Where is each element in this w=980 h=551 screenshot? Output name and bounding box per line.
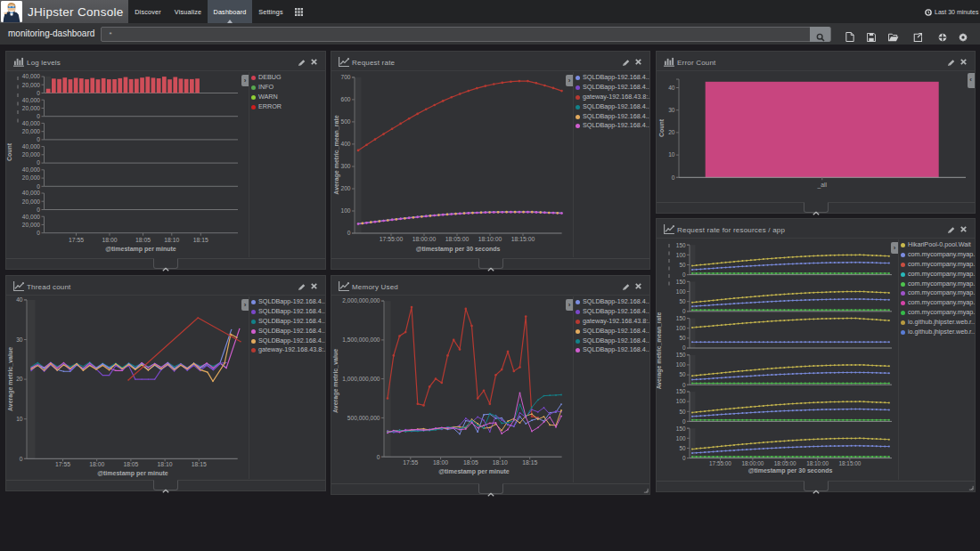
- svg-text:18:15: 18:15: [522, 459, 537, 466]
- svg-text:30: 30: [16, 336, 23, 343]
- svg-text:17:55: 17:55: [403, 459, 418, 466]
- svg-text:50: 50: [679, 371, 686, 377]
- svg-text:40,000: 40,000: [22, 143, 41, 150]
- svg-text:18:05:00: 18:05:00: [774, 460, 796, 466]
- svg-text:@timestamp per minute: @timestamp per minute: [105, 246, 176, 253]
- svg-text:150: 150: [676, 242, 686, 248]
- svg-text:100: 100: [676, 325, 686, 331]
- svg-text:100: 100: [676, 435, 686, 442]
- svg-text:0: 0: [682, 308, 686, 314]
- svg-text:18:15: 18:15: [193, 237, 208, 243]
- svg-text:0: 0: [37, 183, 40, 190]
- svg-text:1,000,000,000: 1,000,000,000: [342, 376, 380, 382]
- svg-text:18:15: 18:15: [192, 461, 207, 467]
- svg-text:200: 200: [340, 185, 350, 191]
- svg-text:150: 150: [676, 352, 686, 358]
- svg-text:100: 100: [340, 207, 350, 214]
- svg-text:40,000: 40,000: [22, 214, 41, 220]
- svg-text:0: 0: [682, 455, 686, 461]
- svg-text:18:10: 18:10: [158, 461, 173, 467]
- svg-text:40,000: 40,000: [22, 97, 41, 103]
- svg-text:0: 0: [682, 271, 686, 278]
- svg-text:50: 50: [679, 298, 686, 304]
- svg-text:18:00:00: 18:00:00: [412, 236, 437, 242]
- svg-text:_all: _all: [817, 182, 828, 189]
- svg-text:100: 100: [676, 252, 686, 258]
- svg-text:18:10: 18:10: [493, 459, 508, 466]
- svg-text:20: 20: [668, 129, 675, 135]
- svg-text:0: 0: [37, 207, 40, 213]
- svg-text:0: 0: [377, 454, 380, 460]
- svg-text:100: 100: [676, 288, 686, 295]
- svg-text:@timestamp per 30 seconds: @timestamp per 30 seconds: [416, 246, 501, 253]
- svg-text:18:05: 18:05: [135, 237, 151, 243]
- svg-text:18:15:00: 18:15:00: [838, 460, 861, 466]
- svg-text:Count: Count: [6, 142, 12, 161]
- svg-text:17:55: 17:55: [55, 461, 70, 467]
- svg-text:20,000: 20,000: [22, 174, 41, 181]
- svg-text:10: 10: [668, 151, 675, 158]
- svg-text:40,000: 40,000: [22, 166, 41, 173]
- svg-text:0: 0: [37, 136, 40, 142]
- svg-text:17:55:00: 17:55:00: [709, 460, 731, 466]
- svg-text:150: 150: [676, 279, 686, 285]
- svg-text:100: 100: [676, 398, 686, 404]
- svg-text:0: 0: [37, 113, 40, 119]
- svg-text:@timestamp per minute: @timestamp per minute: [438, 468, 510, 475]
- svg-text:0: 0: [37, 90, 40, 96]
- svg-text:17:55: 17:55: [69, 237, 84, 243]
- svg-text:0: 0: [347, 230, 351, 236]
- svg-text:40,000: 40,000: [22, 73, 41, 79]
- svg-text:20: 20: [16, 376, 23, 382]
- svg-text:Count: Count: [658, 118, 665, 137]
- svg-text:0: 0: [20, 456, 23, 462]
- svg-text:30: 30: [668, 107, 675, 113]
- svg-text:18:00: 18:00: [102, 237, 117, 243]
- svg-text:10: 10: [16, 416, 23, 422]
- svg-text:150: 150: [676, 425, 686, 432]
- svg-text:1,500,000,000: 1,500,000,000: [342, 336, 380, 343]
- svg-text:0: 0: [682, 418, 686, 425]
- svg-text:500: 500: [340, 118, 350, 125]
- svg-text:50: 50: [679, 409, 686, 415]
- svg-text:18:00: 18:00: [89, 461, 104, 467]
- svg-text:20,000: 20,000: [22, 222, 41, 228]
- svg-text:40: 40: [668, 85, 675, 91]
- svg-text:500,000,000: 500,000,000: [347, 415, 380, 421]
- svg-text:400: 400: [340, 141, 350, 147]
- svg-text:20,000: 20,000: [22, 151, 41, 158]
- svg-text:600: 600: [340, 96, 350, 102]
- svg-text:18:10: 18:10: [164, 237, 179, 243]
- svg-text:20,000: 20,000: [22, 199, 41, 205]
- svg-text:18:10:00: 18:10:00: [478, 236, 502, 242]
- svg-text:100: 100: [676, 361, 686, 368]
- svg-text:150: 150: [676, 315, 686, 321]
- svg-text:Average metric_value: Average metric_value: [332, 349, 339, 413]
- svg-text:0: 0: [37, 159, 40, 166]
- svg-text:18:10:00: 18:10:00: [806, 460, 829, 466]
- svg-text:@timestamp per 30 seconds: @timestamp per 30 seconds: [748, 467, 833, 474]
- svg-text:18:05: 18:05: [123, 461, 138, 467]
- svg-text:18:00:00: 18:00:00: [741, 460, 764, 466]
- svg-text:@timestamp per minute: @timestamp per minute: [97, 470, 168, 477]
- svg-text:0: 0: [682, 382, 686, 388]
- svg-text:17:55:00: 17:55:00: [380, 236, 404, 242]
- svg-text:150: 150: [676, 388, 686, 394]
- svg-text:40,000: 40,000: [22, 120, 41, 126]
- svg-text:18:00: 18:00: [433, 459, 448, 466]
- svg-text:Average metric_mean_rate: Average metric_mean_rate: [657, 312, 663, 389]
- svg-text:50: 50: [679, 262, 686, 268]
- svg-text:0: 0: [37, 230, 40, 236]
- svg-text:300: 300: [340, 163, 350, 169]
- svg-text:18:05:00: 18:05:00: [445, 236, 470, 242]
- svg-text:0: 0: [682, 344, 686, 351]
- svg-text:20,000: 20,000: [22, 82, 41, 88]
- svg-text:18:15:00: 18:15:00: [511, 236, 535, 242]
- svg-text:18:05: 18:05: [463, 459, 478, 466]
- svg-text:0: 0: [672, 174, 675, 181]
- svg-text:20,000: 20,000: [22, 128, 41, 134]
- svg-text:Average metric_mean_rate: Average metric_mean_rate: [333, 115, 340, 194]
- svg-text:50: 50: [679, 335, 686, 341]
- svg-text:20,000: 20,000: [22, 105, 41, 111]
- svg-text:40: 40: [16, 296, 23, 303]
